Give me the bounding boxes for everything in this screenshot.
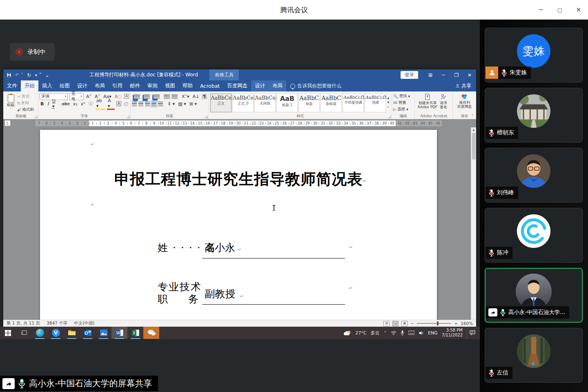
tab-insert[interactable]: 插入: [38, 80, 56, 91]
find-button[interactable]: 🔍查找 ▾: [393, 93, 414, 99]
tray-weather[interactable]: 多云: [370, 330, 379, 336]
style-no-spacing[interactable]: AaBbCeD无间隔: [254, 94, 276, 112]
style-normal0[interactable]: AaBbCeD正文_0: [232, 94, 254, 112]
tab-baidu-pan[interactable]: 百度网盘: [223, 80, 251, 91]
styles-dialog-launcher[interactable]: [388, 116, 391, 118]
tab-mailings[interactable]: 邮件: [126, 80, 144, 91]
shading-icon[interactable]: ▨ ▾: [177, 101, 187, 107]
char-border-button[interactable]: A: [124, 94, 129, 99]
char-shading-button[interactable]: A: [116, 101, 121, 106]
touch-keyboard-icon[interactable]: [408, 331, 414, 335]
print-layout-icon[interactable]: ▭: [392, 321, 399, 326]
copy-button[interactable]: ⧉ 复制: [17, 100, 34, 106]
collapse-ribbon-icon[interactable]: ⌃: [471, 114, 474, 118]
italic-button[interactable]: I: [46, 101, 49, 107]
subscript-button[interactable]: x₂: [72, 101, 78, 107]
font-size-combo[interactable]: 五号▾: [69, 93, 84, 100]
text-effects-button[interactable]: Ⓐ: [88, 101, 94, 107]
word-restore-button[interactable]: ❐: [450, 72, 463, 78]
cut-button[interactable]: ✂ 剪切: [17, 94, 34, 100]
show-marks-icon[interactable]: ¶: [202, 94, 207, 99]
number-list-icon[interactable]: [144, 94, 150, 99]
tray-language[interactable]: ENG: [428, 330, 438, 336]
web-layout-icon[interactable]: ▦: [401, 321, 408, 326]
tray-clock[interactable]: 3:58 PM 7/11/2022: [442, 328, 463, 338]
styles-scroll-down-icon[interactable]: ▼: [387, 101, 389, 104]
style-emphasis[interactable]: AaBbCcD.强调: [365, 94, 386, 112]
bullet-list-icon[interactable]: [134, 94, 140, 99]
tab-references[interactable]: 引用: [109, 80, 126, 91]
tab-table-design[interactable]: 设计: [251, 80, 269, 91]
start-button[interactable]: [0, 327, 16, 339]
style-title[interactable]: AaBbC标题: [298, 94, 320, 112]
borders-icon[interactable]: ⊞ ▾: [189, 101, 198, 107]
participant-tile[interactable]: 刘伟峰: [485, 148, 583, 203]
zoom-slider-thumb[interactable]: [437, 321, 439, 325]
font-dialog-launcher[interactable]: [127, 116, 129, 118]
style-heading1[interactable]: AaB标题 1: [276, 94, 298, 112]
save-to-baidu-button[interactable]: 保存到百度网盘: [454, 93, 475, 109]
strikethrough-button[interactable]: abc: [61, 101, 71, 107]
tab-selector[interactable]: L: [4, 120, 11, 126]
enclose-char-button[interactable]: ㊀: [123, 101, 129, 107]
styles-scroll-up-icon[interactable]: ▲: [387, 96, 389, 100]
ribbon-display-options-icon[interactable]: ⊞: [424, 72, 437, 78]
action-center-icon[interactable]: [467, 327, 477, 339]
zoom-out-icon[interactable]: −: [410, 321, 414, 326]
tab-view[interactable]: 视图: [161, 80, 179, 91]
language-indicator[interactable]: 中文(中国): [74, 321, 94, 326]
scroll-up-icon[interactable]: ▲: [471, 127, 476, 132]
wifi-icon[interactable]: [391, 331, 396, 335]
tray-chevron-icon[interactable]: ⌃: [383, 331, 387, 335]
participant-tile-active-speaker[interactable]: 高小永-中国石油大学...: [485, 268, 583, 323]
tab-layout[interactable]: 布局: [91, 80, 109, 91]
tell-me-box[interactable]: 告诉我你想要做什么: [290, 80, 341, 91]
sort-icon[interactable]: A↓: [192, 94, 200, 99]
align-center-icon[interactable]: [138, 102, 143, 106]
tab-table-layout[interactable]: 布局: [269, 80, 286, 91]
document-page[interactable]: 申报工程博士研究生指导教师简况表 姓 · · · · 名 高小永 专业技术 职 …: [40, 130, 437, 320]
tray-temp[interactable]: 27°C: [355, 330, 366, 336]
save-icon[interactable]: [7, 73, 11, 78]
vertical-scrollbar[interactable]: ▲: [471, 127, 476, 320]
tab-design[interactable]: 设计: [74, 80, 91, 91]
edge-icon[interactable]: [32, 327, 48, 339]
bold-button[interactable]: B: [40, 101, 45, 107]
share-button[interactable]: 共享: [455, 80, 476, 91]
style-subtitle[interactable]: AaBbC副标题: [321, 94, 342, 112]
wechat-icon[interactable]: [143, 327, 159, 339]
increase-indent-icon[interactable]: [172, 94, 178, 99]
photos-app-icon[interactable]: [96, 327, 111, 339]
tab-acrobat[interactable]: Acrobat: [196, 80, 223, 91]
clear-format-button[interactable]: A◌: [114, 94, 122, 99]
style-normal[interactable]: AaBbCeD正文: [210, 94, 232, 112]
align-right-icon[interactable]: [145, 102, 150, 106]
justify-icon[interactable]: [151, 102, 156, 106]
voov-meeting-icon[interactable]: V: [48, 327, 64, 339]
word-minimize-button[interactable]: ─: [437, 72, 450, 78]
participant-tile[interactable]: 陈冲: [485, 208, 583, 263]
replace-button[interactable]: ab替换: [393, 100, 414, 106]
paragraph-dialog-launcher[interactable]: [205, 116, 207, 118]
asian-layout-icon[interactable]: X˄▾: [181, 94, 190, 99]
tab-home[interactable]: 开始: [21, 80, 38, 91]
select-button[interactable]: ▷选择 ▾: [393, 106, 414, 112]
recording-indicator[interactable]: 录制中: [10, 43, 55, 61]
highlight-color-button[interactable]: ab ▾: [96, 98, 105, 110]
word-count[interactable]: 3847 个字: [47, 321, 67, 326]
maximize-button[interactable]: ▢: [550, 0, 569, 20]
zoom-level[interactable]: 160%: [461, 321, 473, 326]
multilevel-list-icon[interactable]: [154, 94, 160, 99]
participant-tile[interactable]: 檀朝东: [485, 88, 583, 143]
touch-mode-icon[interactable]: ⌖ ˅: [35, 72, 42, 78]
task-view-button[interactable]: [16, 327, 32, 339]
create-pdf-button[interactable]: 创建并共享Adobe PDF: [416, 93, 439, 109]
decrease-indent-icon[interactable]: [164, 94, 170, 99]
excel-taskbar-icon[interactable]: X: [127, 327, 143, 339]
distribute-icon[interactable]: [158, 102, 163, 106]
tray-mic-icon[interactable]: [401, 330, 404, 336]
styles-more-icon[interactable]: ═: [387, 105, 389, 109]
participant-tile[interactable]: 雯姝 朱雯姝: [485, 28, 583, 82]
superscript-button[interactable]: x²: [80, 101, 86, 107]
line-spacing-icon[interactable]: ⇕ ▾: [167, 101, 176, 107]
